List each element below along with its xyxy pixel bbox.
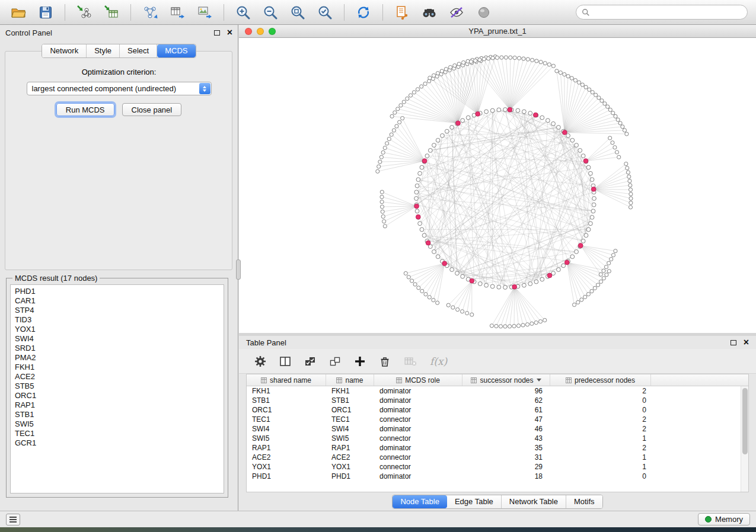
zoom-in-button[interactable] <box>231 2 256 23</box>
clone-network-button[interactable] <box>390 2 414 23</box>
memory-button[interactable]: Memory <box>698 513 750 525</box>
table-row[interactable]: ACE2ACE2connector311 <box>247 453 748 462</box>
table-settings-button[interactable] <box>254 355 266 367</box>
mcds-result-node[interactable]: PHD1 <box>11 287 224 296</box>
criterion-dropdown[interactable]: largest connected component (undirected) <box>27 82 212 95</box>
criterion-selected-value: largest connected component (undirected) <box>27 84 199 93</box>
main-toolbar <box>0 0 756 25</box>
toolbar-separator <box>224 4 224 21</box>
mcds-result-node[interactable]: STP4 <box>11 306 224 315</box>
table-row[interactable]: SWI4SWI4dominator462 <box>247 424 748 434</box>
network-node <box>482 57 486 61</box>
table-cell: 62 <box>462 396 550 405</box>
export-table-button[interactable] <box>165 2 190 23</box>
mcds-result-node[interactable]: TID3 <box>11 315 224 325</box>
mcds-result-node[interactable]: SRD1 <box>11 344 224 353</box>
mcds-result-node[interactable]: TEC1 <box>11 429 224 438</box>
close-panel-button[interactable]: Close panel <box>122 103 182 116</box>
column-header-name[interactable]: name <box>326 374 374 386</box>
mcds-result-node[interactable]: SWI5 <box>11 419 224 429</box>
export-network-button[interactable] <box>138 2 162 23</box>
network-node <box>581 239 585 243</box>
import-network-button[interactable] <box>72 2 97 23</box>
mcds-result-node[interactable]: GCR1 <box>11 438 224 448</box>
table-row[interactable]: TEC1TEC1connector472 <box>247 415 748 424</box>
network-edge <box>510 57 511 110</box>
refresh-button[interactable] <box>351 2 376 23</box>
network-node <box>415 209 419 213</box>
network-canvas[interactable] <box>239 38 756 333</box>
mcds-result-node[interactable]: SWI4 <box>11 334 224 344</box>
mcds-result-node[interactable]: ACE2 <box>11 372 224 382</box>
column-header-successor-nodes[interactable]: successor nodes <box>462 374 550 386</box>
zoom-out-button[interactable] <box>258 2 283 23</box>
network-edge <box>524 136 568 286</box>
tab-network-table[interactable]: Network Table <box>502 495 566 508</box>
find-button[interactable] <box>417 2 442 23</box>
dropdown-stepper-icon[interactable] <box>199 83 210 94</box>
table-scrollbar[interactable] <box>741 386 748 492</box>
run-mcds-button[interactable]: Run MCDS <box>56 103 114 116</box>
zoom-fit-button[interactable] <box>285 2 310 23</box>
tab-style[interactable]: Style <box>87 44 120 57</box>
table-row[interactable]: PHD1PHD1dominator180 <box>247 472 748 481</box>
network-node <box>551 121 556 126</box>
column-header-shared-name[interactable]: shared name <box>247 374 326 386</box>
mcds-result-list[interactable]: PHD1CAR1STP4TID3YOX1SWI4SRD1PMA2FKH1ACE2… <box>10 284 224 493</box>
table-cell <box>651 396 748 405</box>
minimize-window-light[interactable] <box>257 28 264 35</box>
mcds-result-node[interactable]: CAR1 <box>11 296 224 306</box>
column-label: successor nodes <box>480 376 533 384</box>
network-node <box>416 88 419 91</box>
delete-column-button[interactable] <box>379 355 391 367</box>
mcds-result-node[interactable]: YOX1 <box>11 325 224 334</box>
network-node <box>446 303 450 307</box>
save-session-button[interactable] <box>33 2 58 23</box>
zoom-selected-button[interactable] <box>312 2 337 23</box>
network-window-titlebar[interactable]: YPA_prune.txt_1 <box>239 25 756 38</box>
deselect-all-button[interactable] <box>329 355 341 367</box>
tab-network[interactable]: Network <box>42 44 87 57</box>
tab-edge-table[interactable]: Edge Table <box>447 495 502 508</box>
tab-motifs[interactable]: Motifs <box>566 495 602 508</box>
mcds-result-node[interactable]: ORC1 <box>11 391 224 400</box>
task-history-button[interactable] <box>6 514 20 525</box>
add-column-button[interactable] <box>354 355 366 367</box>
column-header-mcds-role[interactable]: MCDS role <box>374 374 462 386</box>
column-header-predecessor-nodes[interactable]: predecessor nodes <box>550 374 651 386</box>
table-row[interactable]: STB1STB1dominator620 <box>247 396 748 405</box>
maximize-window-light[interactable] <box>269 28 276 35</box>
open-session-button[interactable] <box>6 2 31 23</box>
network-node <box>528 282 532 286</box>
close-panel-icon[interactable]: × <box>744 339 749 346</box>
tab-select[interactable]: Select <box>120 44 157 57</box>
mcds-result-node[interactable]: PMA2 <box>11 353 224 363</box>
split-panel-button[interactable] <box>279 355 291 367</box>
tab-mcds[interactable]: MCDS <box>157 44 195 57</box>
scrollbar-thumb[interactable] <box>742 388 748 454</box>
search-box[interactable] <box>576 5 748 20</box>
network-node <box>450 268 454 272</box>
table-row[interactable]: ORC1ORC1dominator610 <box>247 405 748 415</box>
search-input[interactable] <box>594 8 742 17</box>
close-window-light[interactable] <box>245 28 252 35</box>
tab-node-table[interactable]: Node Table <box>393 495 447 508</box>
table-row[interactable]: YOX1YOX1connector291 <box>247 462 748 472</box>
table-row[interactable]: RAP1RAP1dominator352 <box>247 443 748 453</box>
float-window-icon[interactable] <box>214 30 220 36</box>
mcds-result-node[interactable]: STB1 <box>11 410 224 419</box>
hide-selected-button[interactable] <box>444 2 469 23</box>
select-all-button[interactable] <box>304 355 316 367</box>
table-row[interactable]: FKH1FKH1dominator962 <box>247 386 748 396</box>
float-window-icon[interactable] <box>731 340 736 345</box>
panel-splitter-handle[interactable] <box>236 259 241 280</box>
mcds-result-node[interactable]: RAP1 <box>11 400 224 410</box>
dominator-node <box>512 284 517 289</box>
import-table-button[interactable] <box>99 2 124 23</box>
export-image-button[interactable] <box>192 2 217 23</box>
mcds-result-node[interactable]: FKH1 <box>11 363 224 372</box>
close-panel-icon[interactable]: × <box>227 29 232 36</box>
mcds-result-node[interactable]: STB5 <box>11 382 224 391</box>
show-graphics-button[interactable] <box>471 2 496 23</box>
table-row[interactable]: SWI5SWI5connector431 <box>247 434 748 443</box>
